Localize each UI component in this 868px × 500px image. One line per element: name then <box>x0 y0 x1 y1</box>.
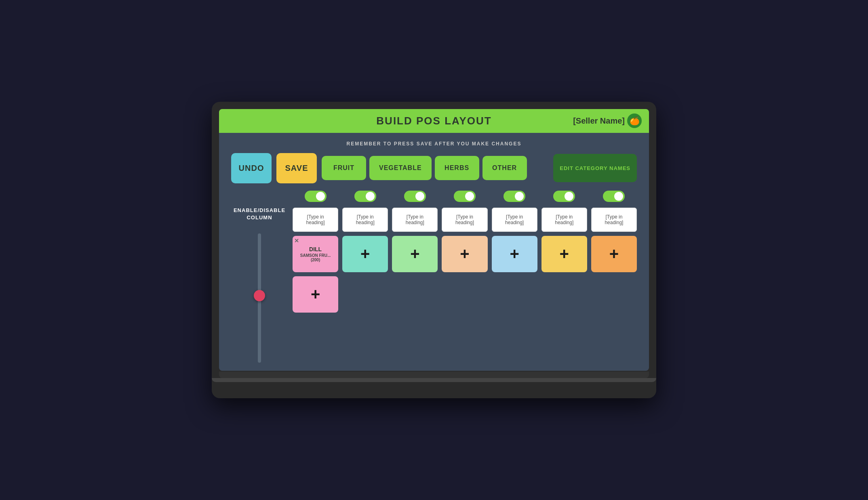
seller-name: [Seller Name] <box>573 116 625 126</box>
toggle-container-5 <box>492 191 537 202</box>
toggle-knob-7 <box>614 192 623 201</box>
toggle-knob-5 <box>515 192 524 201</box>
laptop-screen: BUILD POS LAYOUT [Seller Name] 🍊 REMEMBE… <box>219 109 649 371</box>
toggle-container-3 <box>392 191 438 202</box>
scrollbar-track <box>258 233 261 363</box>
tab-fruit[interactable]: FRUIT <box>322 156 366 180</box>
toggle-container-4 <box>442 191 487 202</box>
toggle-6[interactable] <box>553 191 575 202</box>
category-tabs: FRUIT VEGETABLE HERBS OTHER <box>322 156 548 180</box>
add-button-col5[interactable]: + <box>492 236 537 272</box>
toggle-knob-3 <box>415 192 424 201</box>
heading-cell-3[interactable]: [Type in heading] <box>392 208 438 232</box>
add-button-col4[interactable]: + <box>442 236 487 272</box>
main-content: REMEMBER TO PRESS SAVE AFTER YOU MAKE CH… <box>219 133 649 371</box>
add-button-col7[interactable]: + <box>591 236 637 272</box>
add-button-col6[interactable]: + <box>541 236 587 272</box>
product-name: DILL <box>309 246 322 252</box>
toggle-knob-2 <box>366 192 375 201</box>
laptop-shell: BUILD POS LAYOUT [Seller Name] 🍊 REMEMBE… <box>212 102 656 398</box>
toggle-3[interactable] <box>404 191 426 202</box>
scrollbar-container <box>258 233 261 363</box>
toggle-1[interactable] <box>305 191 327 202</box>
heading-cell-1[interactable]: [Type in heading] <box>293 208 338 232</box>
add-button-col2[interactable]: + <box>342 236 388 272</box>
toggle-container-2 <box>342 191 388 202</box>
laptop-base <box>212 378 656 382</box>
column-2: [Type in heading] + <box>342 191 388 363</box>
save-button[interactable]: SAVE <box>276 153 317 183</box>
toggle-container-7 <box>591 191 637 202</box>
toggle-2[interactable] <box>354 191 376 202</box>
heading-cell-6[interactable]: [Type in heading] <box>541 208 587 232</box>
toggle-container-1 <box>293 191 338 202</box>
toggle-4[interactable] <box>454 191 476 202</box>
columns-container: [Type in heading] ✕ DILL SAMSON FRU... (… <box>293 191 637 363</box>
reminder-text: REMEMBER TO PRESS SAVE AFTER YOU MAKE CH… <box>231 141 637 147</box>
product-sub: SAMSON FRU... <box>300 253 331 258</box>
toggle-7[interactable] <box>603 191 625 202</box>
left-panel: ENABLE/DISABLECOLUMN <box>231 191 288 363</box>
undo-button[interactable]: UNDO <box>231 153 272 183</box>
toolbar: UNDO SAVE FRUIT VEGETABLE HERBS OTHER ED… <box>231 153 637 183</box>
column-4: [Type in heading] + <box>442 191 487 363</box>
scrollbar-thumb[interactable] <box>254 290 265 301</box>
product-card[interactable]: ✕ DILL SAMSON FRU... (200) <box>293 236 338 272</box>
grid-area: ENABLE/DISABLECOLUMN <box>231 191 637 363</box>
toggle-5[interactable] <box>504 191 525 202</box>
column-7: [Type in heading] + <box>591 191 637 363</box>
laptop-bottom <box>219 372 649 378</box>
toggle-knob-1 <box>316 192 325 201</box>
close-icon[interactable]: ✕ <box>294 237 299 244</box>
tab-vegetable[interactable]: VEGETABLE <box>369 156 432 180</box>
product-price: (200) <box>311 258 320 262</box>
heading-cell-7[interactable]: [Type in heading] <box>591 208 637 232</box>
column-5: [Type in heading] + <box>492 191 537 363</box>
tab-other[interactable]: OTHER <box>482 156 527 180</box>
heading-cell-4[interactable]: [Type in heading] <box>442 208 487 232</box>
header-bar: BUILD POS LAYOUT [Seller Name] 🍊 <box>219 109 649 133</box>
tab-herbs[interactable]: HERBS <box>435 156 479 180</box>
column-3: [Type in heading] + <box>392 191 438 363</box>
edit-category-button[interactable]: EDIT CATEGORY NAMES <box>553 154 637 182</box>
toggle-knob-4 <box>465 192 474 201</box>
add-button-col1-row2[interactable]: + <box>293 276 338 313</box>
add-button-col3[interactable]: + <box>392 236 438 272</box>
column-1: [Type in heading] ✕ DILL SAMSON FRU... (… <box>293 191 338 363</box>
heading-cell-2[interactable]: [Type in heading] <box>342 208 388 232</box>
heading-cell-5[interactable]: [Type in heading] <box>492 208 537 232</box>
toggle-knob-6 <box>565 192 573 201</box>
enable-disable-label: ENABLE/DISABLECOLUMN <box>234 207 285 221</box>
toggle-container-6 <box>541 191 587 202</box>
column-6: [Type in heading] + <box>541 191 587 363</box>
